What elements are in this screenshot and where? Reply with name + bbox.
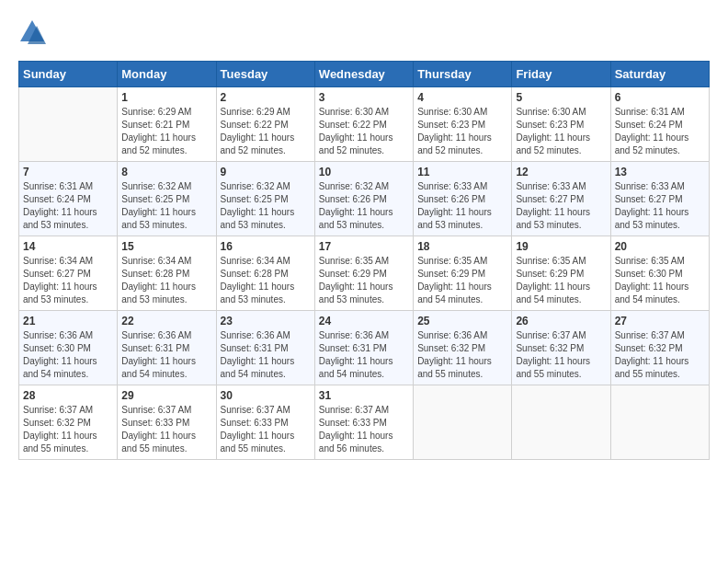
weekday-header-friday: Friday bbox=[512, 62, 610, 87]
calendar-day: 13Sunrise: 6:33 AMSunset: 6:27 PMDayligh… bbox=[610, 162, 709, 236]
day-number: 28 bbox=[23, 389, 113, 402]
day-info: Sunrise: 6:31 AMSunset: 6:24 PMDaylight:… bbox=[615, 106, 705, 157]
calendar-day: 14Sunrise: 6:34 AMSunset: 6:27 PMDayligh… bbox=[19, 236, 118, 311]
calendar-day: 29Sunrise: 6:37 AMSunset: 6:33 PMDayligh… bbox=[118, 385, 216, 460]
calendar-week-1: 1Sunrise: 6:29 AMSunset: 6:21 PMDaylight… bbox=[19, 87, 710, 162]
calendar-day: 17Sunrise: 6:35 AMSunset: 6:29 PMDayligh… bbox=[314, 236, 413, 311]
calendar-day: 5Sunrise: 6:30 AMSunset: 6:23 PMDaylight… bbox=[512, 87, 610, 162]
day-number: 15 bbox=[121, 240, 211, 253]
day-number: 29 bbox=[121, 389, 211, 402]
calendar-week-2: 7Sunrise: 6:31 AMSunset: 6:24 PMDaylight… bbox=[19, 162, 710, 236]
calendar-day: 30Sunrise: 6:37 AMSunset: 6:33 PMDayligh… bbox=[216, 385, 314, 460]
day-info: Sunrise: 6:37 AMSunset: 6:32 PMDaylight:… bbox=[23, 404, 113, 455]
calendar-day: 10Sunrise: 6:32 AMSunset: 6:26 PMDayligh… bbox=[314, 162, 413, 236]
day-number: 2 bbox=[221, 91, 311, 104]
day-number: 8 bbox=[121, 166, 211, 178]
day-info: Sunrise: 6:30 AMSunset: 6:22 PMDaylight:… bbox=[319, 106, 409, 157]
calendar-day: 25Sunrise: 6:36 AMSunset: 6:32 PMDayligh… bbox=[414, 311, 512, 385]
day-number: 17 bbox=[319, 240, 409, 253]
weekday-header-tuesday: Tuesday bbox=[216, 62, 314, 87]
calendar-day: 1Sunrise: 6:29 AMSunset: 6:21 PMDaylight… bbox=[118, 87, 216, 162]
day-number: 12 bbox=[516, 166, 606, 178]
day-info: Sunrise: 6:36 AMSunset: 6:31 PMDaylight:… bbox=[319, 329, 409, 381]
day-number: 11 bbox=[417, 166, 507, 178]
day-info: Sunrise: 6:36 AMSunset: 6:32 PMDaylight:… bbox=[417, 329, 507, 381]
day-number: 16 bbox=[221, 240, 311, 253]
day-number: 9 bbox=[221, 166, 311, 178]
calendar-day: 3Sunrise: 6:30 AMSunset: 6:22 PMDaylight… bbox=[314, 87, 413, 162]
day-number: 30 bbox=[221, 389, 311, 402]
day-info: Sunrise: 6:35 AMSunset: 6:29 PMDaylight:… bbox=[319, 255, 409, 306]
day-info: Sunrise: 6:29 AMSunset: 6:22 PMDaylight:… bbox=[221, 106, 311, 157]
day-info: Sunrise: 6:35 AMSunset: 6:30 PMDaylight:… bbox=[615, 255, 705, 306]
calendar-week-5: 28Sunrise: 6:37 AMSunset: 6:32 PMDayligh… bbox=[19, 385, 710, 460]
day-info: Sunrise: 6:37 AMSunset: 6:33 PMDaylight:… bbox=[221, 404, 311, 455]
calendar-day: 15Sunrise: 6:34 AMSunset: 6:28 PMDayligh… bbox=[118, 236, 216, 311]
calendar-day: 6Sunrise: 6:31 AMSunset: 6:24 PMDaylight… bbox=[610, 87, 709, 162]
calendar-day: 12Sunrise: 6:33 AMSunset: 6:27 PMDayligh… bbox=[512, 162, 610, 236]
day-info: Sunrise: 6:34 AMSunset: 6:27 PMDaylight:… bbox=[23, 255, 113, 306]
calendar-table: SundayMondayTuesdayWednesdayThursdayFrid… bbox=[18, 61, 710, 460]
calendar-day: 8Sunrise: 6:32 AMSunset: 6:25 PMDaylight… bbox=[118, 162, 216, 236]
calendar-day: 18Sunrise: 6:35 AMSunset: 6:29 PMDayligh… bbox=[414, 236, 512, 311]
calendar-week-4: 21Sunrise: 6:36 AMSunset: 6:30 PMDayligh… bbox=[19, 311, 710, 385]
calendar-day: 31Sunrise: 6:37 AMSunset: 6:33 PMDayligh… bbox=[314, 385, 413, 460]
page-header bbox=[18, 18, 710, 46]
day-number: 10 bbox=[319, 166, 409, 178]
calendar-day: 28Sunrise: 6:37 AMSunset: 6:32 PMDayligh… bbox=[19, 385, 118, 460]
calendar-day: 26Sunrise: 6:37 AMSunset: 6:32 PMDayligh… bbox=[512, 311, 610, 385]
calendar-day: 27Sunrise: 6:37 AMSunset: 6:32 PMDayligh… bbox=[610, 311, 709, 385]
day-info: Sunrise: 6:34 AMSunset: 6:28 PMDaylight:… bbox=[121, 255, 211, 306]
calendar-day bbox=[19, 87, 118, 162]
day-info: Sunrise: 6:33 AMSunset: 6:26 PMDaylight:… bbox=[417, 180, 507, 232]
day-info: Sunrise: 6:36 AMSunset: 6:31 PMDaylight:… bbox=[121, 329, 211, 381]
day-info: Sunrise: 6:34 AMSunset: 6:28 PMDaylight:… bbox=[221, 255, 311, 306]
day-number: 3 bbox=[319, 91, 409, 104]
logo-icon bbox=[18, 18, 46, 46]
day-number: 6 bbox=[615, 91, 705, 104]
calendar-day bbox=[512, 385, 610, 460]
weekday-header-saturday: Saturday bbox=[610, 62, 709, 87]
day-info: Sunrise: 6:37 AMSunset: 6:33 PMDaylight:… bbox=[121, 404, 211, 455]
day-number: 18 bbox=[417, 240, 507, 253]
calendar-day: 20Sunrise: 6:35 AMSunset: 6:30 PMDayligh… bbox=[610, 236, 709, 311]
day-info: Sunrise: 6:32 AMSunset: 6:26 PMDaylight:… bbox=[319, 180, 409, 232]
day-info: Sunrise: 6:36 AMSunset: 6:30 PMDaylight:… bbox=[23, 329, 113, 381]
day-info: Sunrise: 6:36 AMSunset: 6:31 PMDaylight:… bbox=[221, 329, 311, 381]
day-info: Sunrise: 6:33 AMSunset: 6:27 PMDaylight:… bbox=[615, 180, 705, 232]
weekday-header-thursday: Thursday bbox=[414, 62, 512, 87]
day-info: Sunrise: 6:31 AMSunset: 6:24 PMDaylight:… bbox=[23, 180, 113, 232]
day-number: 26 bbox=[516, 315, 606, 327]
calendar-day: 22Sunrise: 6:36 AMSunset: 6:31 PMDayligh… bbox=[118, 311, 216, 385]
calendar-day: 9Sunrise: 6:32 AMSunset: 6:25 PMDaylight… bbox=[216, 162, 314, 236]
weekday-header-wednesday: Wednesday bbox=[314, 62, 413, 87]
day-number: 7 bbox=[23, 166, 113, 178]
day-info: Sunrise: 6:29 AMSunset: 6:21 PMDaylight:… bbox=[121, 106, 211, 157]
day-number: 20 bbox=[615, 240, 705, 253]
calendar-day: 16Sunrise: 6:34 AMSunset: 6:28 PMDayligh… bbox=[216, 236, 314, 311]
day-info: Sunrise: 6:37 AMSunset: 6:32 PMDaylight:… bbox=[516, 329, 606, 381]
calendar-day: 24Sunrise: 6:36 AMSunset: 6:31 PMDayligh… bbox=[314, 311, 413, 385]
day-info: Sunrise: 6:37 AMSunset: 6:32 PMDaylight:… bbox=[615, 329, 705, 381]
weekday-header-monday: Monday bbox=[118, 62, 216, 87]
calendar-day bbox=[414, 385, 512, 460]
calendar-day: 4Sunrise: 6:30 AMSunset: 6:23 PMDaylight… bbox=[414, 87, 512, 162]
day-number: 31 bbox=[319, 389, 409, 402]
day-number: 25 bbox=[417, 315, 507, 327]
day-number: 21 bbox=[23, 315, 113, 327]
day-number: 4 bbox=[417, 91, 507, 104]
calendar-day: 23Sunrise: 6:36 AMSunset: 6:31 PMDayligh… bbox=[216, 311, 314, 385]
calendar-day: 11Sunrise: 6:33 AMSunset: 6:26 PMDayligh… bbox=[414, 162, 512, 236]
day-number: 13 bbox=[615, 166, 705, 178]
weekday-header-sunday: Sunday bbox=[19, 62, 118, 87]
day-number: 19 bbox=[516, 240, 606, 253]
day-info: Sunrise: 6:32 AMSunset: 6:25 PMDaylight:… bbox=[221, 180, 311, 232]
day-info: Sunrise: 6:30 AMSunset: 6:23 PMDaylight:… bbox=[417, 106, 507, 157]
day-info: Sunrise: 6:33 AMSunset: 6:27 PMDaylight:… bbox=[516, 180, 606, 232]
day-info: Sunrise: 6:30 AMSunset: 6:23 PMDaylight:… bbox=[516, 106, 606, 157]
calendar-day: 2Sunrise: 6:29 AMSunset: 6:22 PMDaylight… bbox=[216, 87, 314, 162]
calendar-day: 19Sunrise: 6:35 AMSunset: 6:29 PMDayligh… bbox=[512, 236, 610, 311]
day-number: 14 bbox=[23, 240, 113, 253]
calendar-day: 7Sunrise: 6:31 AMSunset: 6:24 PMDaylight… bbox=[19, 162, 118, 236]
weekday-header-row: SundayMondayTuesdayWednesdayThursdayFrid… bbox=[19, 62, 710, 87]
